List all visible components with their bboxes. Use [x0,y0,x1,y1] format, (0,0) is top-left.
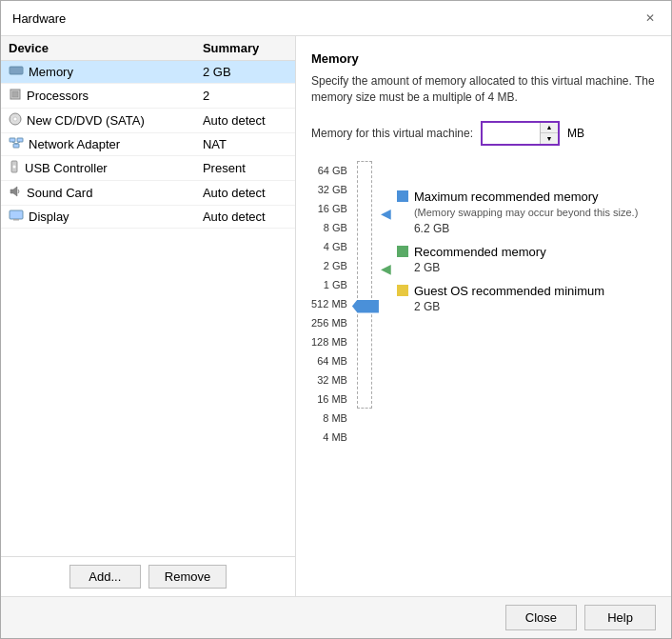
device-icon-sound [9,185,22,201]
main-content: Device Summary Memory 2 GB Processors 2 [1,36,671,596]
help-button[interactable]: Help [584,605,656,630]
device-summary: Auto detect [195,181,295,206]
device-name: Processors [27,89,89,103]
svg-rect-13 [13,144,19,148]
close-button[interactable]: Close [505,605,577,630]
svg-point-17 [13,166,16,169]
device-icon-display [9,210,24,224]
slider-label: 16 MB [317,389,347,409]
legend-value: 2 GB [397,300,656,313]
svg-rect-11 [10,138,15,142]
device-name: New CD/DVD (SATA) [27,113,145,128]
memory-input-row: Memory for this virtual machine: 4096 ▲ … [311,121,656,146]
svg-rect-12 [17,138,23,142]
legend-sub: (Memory swapping may occur beyond this s… [397,206,656,220]
bottom-bar: Close Help [1,596,671,638]
device-name: Sound Card [27,186,92,200]
title-bar: Hardware ✕ [1,1,671,36]
remove-button[interactable]: Remove [148,565,227,589]
slider-labels: 64 GB32 GB16 GB8 GB4 GB2 GB1 GB512 MB256… [311,161,351,447]
slider-label: 32 GB [318,180,347,199]
slider-label: 64 MB [317,351,347,370]
svg-rect-8 [12,91,18,97]
legend-label: Guest OS recommended minimum [414,284,604,298]
legend-item: Recommended memory 2 GB [397,245,656,274]
table-row[interactable]: Sound Card Auto detect [1,181,295,206]
legend-color-box [397,285,408,296]
slider-label: 32 MB [317,370,347,389]
device-summary: Auto detect [195,109,295,133]
right-panel: Memory Specify the amount of memory allo… [296,36,671,596]
legend-value: 6.2 GB [397,222,656,235]
table-row[interactable]: Display Auto detect [1,206,295,229]
slider-label: 8 GB [324,218,347,237]
legend-item: Maximum recommended memory (Memory swapp… [397,190,656,235]
legend-header: Guest OS recommended minimum [397,284,656,298]
slider-track-container: ◀ ◀ [351,161,378,447]
slider-label: 1 GB [324,275,347,294]
device-icon-cpu [9,88,22,104]
table-row[interactable]: USB Controller Present [1,156,295,181]
slider-area: 64 GB32 GB16 GB8 GB4 GB2 GB1 GB512 MB256… [311,161,656,447]
slider-label: 4 GB [324,237,347,256]
rec-arrow-icon: ◀ [381,261,391,276]
device-name: Memory [29,65,73,79]
device-name: USB Controller [25,161,108,175]
slider-label: 8 MB [323,409,347,428]
slider-thumb[interactable] [352,300,379,313]
slider-label: 128 MB [311,332,347,351]
slider-label: 2 GB [324,256,347,275]
svg-rect-20 [13,219,19,221]
spinbox-buttons: ▲ ▼ [540,123,558,144]
svg-point-10 [13,117,17,121]
slider-label: 4 MB [323,428,347,447]
slider-label: 512 MB [311,294,347,313]
memory-spinbox[interactable]: 4096 ▲ ▼ [481,121,560,146]
col-device: Device [1,36,195,61]
device-summary: NAT [195,133,295,156]
device-icon-net [9,137,24,151]
device-summary: Auto detect [195,206,295,229]
col-summary: Summary [195,36,295,61]
device-summary: Present [195,156,295,181]
table-row[interactable]: Processors 2 [1,84,295,109]
device-icon-cd [9,112,22,129]
table-row[interactable]: Network Adapter NAT [1,133,295,156]
left-panel: Device Summary Memory 2 GB Processors 2 [1,36,296,596]
legend-value: 2 GB [397,261,656,274]
window-title: Hardware [12,11,66,26]
legend-item: Guest OS recommended minimum 2 GB [397,284,656,313]
description-text: Specify the amount of memory allocated t… [311,73,656,106]
legend-header: Maximum recommended memory [397,190,656,204]
spinbox-down-button[interactable]: ▼ [541,133,558,144]
spinbox-up-button[interactable]: ▲ [541,123,558,133]
device-table: Device Summary Memory 2 GB Processors 2 [1,36,295,229]
legend-area: Maximum recommended memory (Memory swapp… [378,161,656,447]
legend-header: Recommended memory [397,245,656,259]
memory-unit-label: MB [567,127,584,140]
add-button[interactable]: Add... [69,565,141,589]
left-buttons: Add... Remove [1,556,295,596]
table-row[interactable]: New CD/DVD (SATA) Auto detect [1,109,295,133]
svg-rect-19 [10,210,23,219]
svg-marker-18 [10,187,17,196]
memory-value-input[interactable]: 4096 [483,123,540,143]
legend-label: Recommended memory [414,245,546,259]
device-name: Display [29,210,69,224]
device-summary: 2 GB [195,61,295,84]
slider-label: 16 GB [318,199,347,218]
legend-color-box [397,246,408,257]
max-arrow-icon: ◀ [381,206,391,221]
device-icon-memory [9,65,24,79]
table-row[interactable]: Memory 2 GB [1,61,295,84]
legend-label: Maximum recommended memory [414,190,599,204]
device-name: Network Adapter [29,137,120,151]
close-icon[interactable]: ✕ [641,9,660,28]
memory-label: Memory for this virtual machine: [311,127,473,140]
device-list: Device Summary Memory 2 GB Processors 2 [1,36,295,556]
slider-label: 256 MB [311,313,347,332]
hardware-window: Hardware ✕ Device Summary Memory [0,0,672,639]
device-summary: 2 [195,84,295,109]
slider-track [357,161,372,409]
slider-label: 64 GB [318,161,347,180]
